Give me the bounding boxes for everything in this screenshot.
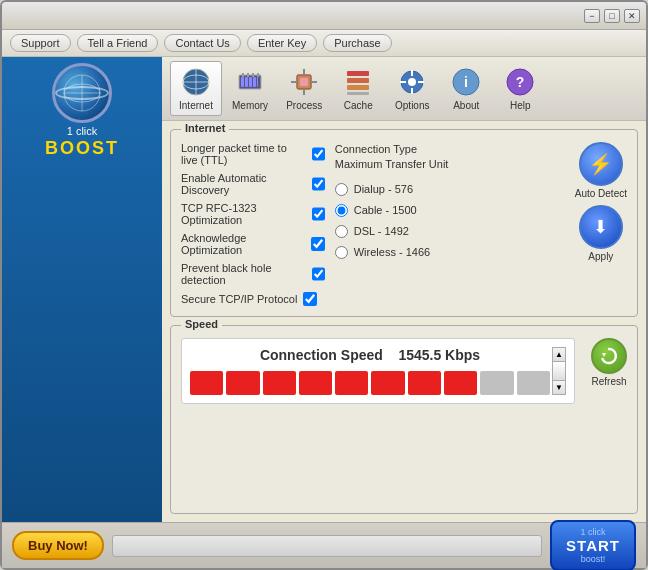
internet-section: Longer packet time to live (TTL) Enable … xyxy=(181,142,627,306)
logo-text: 1 click BOOST xyxy=(45,125,119,160)
svg-rect-11 xyxy=(249,77,252,87)
toolbar-cache[interactable]: Cache xyxy=(332,62,384,115)
title-bar: − □ ✕ xyxy=(2,2,646,30)
logo: 1 click BOOST xyxy=(45,63,119,160)
scroll-thumb[interactable] xyxy=(553,362,565,380)
checkbox-rfc1323-label: TCP RFC-1323 Optimization xyxy=(181,202,306,226)
svg-rect-27 xyxy=(347,92,369,95)
toolbar-memory-label: Memory xyxy=(232,100,268,111)
toolbar-internet-label: Internet xyxy=(179,100,213,111)
checkbox-ack-label: Acknowledge Optimization xyxy=(181,232,305,256)
checkbox-ttl-label: Longer packet time to live (TTL) xyxy=(181,142,306,166)
title-bar-controls: − □ ✕ xyxy=(584,9,640,23)
buy-now-button[interactable]: Buy Now! xyxy=(12,531,104,560)
checkbox-secure-input[interactable] xyxy=(303,292,317,306)
action-buttons: ⚡ Auto Detect ⬇ Apply xyxy=(575,142,627,306)
checkbox-autodiscovery: Enable Automatic Discovery xyxy=(181,172,325,196)
logo-globe xyxy=(52,63,112,123)
toolbar-about-label: About xyxy=(453,100,479,111)
main-window: − □ ✕ Support Tell a Friend Contact Us E… xyxy=(0,0,648,570)
checkbox-blackhole: Prevent black hole detection xyxy=(181,262,325,286)
refresh-button[interactable]: Refresh xyxy=(591,338,627,387)
apply-button[interactable]: ⬇ Apply xyxy=(579,205,623,262)
svg-rect-33 xyxy=(418,81,424,83)
checkbox-ack-input[interactable] xyxy=(311,237,324,251)
contact-us-button[interactable]: Contact Us xyxy=(164,34,240,52)
checkbox-secure: Secure TCP/IP Protocol xyxy=(181,292,325,306)
toolbar-options[interactable]: Options xyxy=(386,62,438,115)
speed-header: Connection Speed 1545.5 Kbps xyxy=(190,347,550,363)
apply-label: Apply xyxy=(588,251,613,262)
speed-bar-4 xyxy=(299,371,332,395)
cache-icon xyxy=(342,66,374,98)
internet-group: Internet Longer packet time to live (TTL… xyxy=(170,129,638,317)
toolbar-help-label: Help xyxy=(510,100,531,111)
svg-rect-32 xyxy=(400,81,406,83)
main-area: 1 click BOOST Int xyxy=(2,57,646,522)
speed-bar-7 xyxy=(408,371,441,395)
checkbox-secure-label: Secure TCP/IP Protocol xyxy=(181,293,297,305)
checkbox-rfc1323-input[interactable] xyxy=(312,207,325,221)
toolbar-memory[interactable]: Memory xyxy=(224,62,276,115)
checkbox-autodiscovery-input[interactable] xyxy=(312,177,325,191)
auto-detect-icon: ⚡ xyxy=(579,142,623,186)
svg-rect-9 xyxy=(241,77,244,87)
svg-rect-13 xyxy=(257,77,258,87)
toolbar-help[interactable]: ? Help xyxy=(494,62,546,115)
radio-cable-label: Cable - 1500 xyxy=(354,204,417,216)
svg-rect-16 xyxy=(252,73,254,77)
svg-point-1 xyxy=(64,84,100,102)
close-button[interactable]: ✕ xyxy=(624,9,640,23)
toolbar-process[interactable]: Process xyxy=(278,62,330,115)
svg-marker-38 xyxy=(602,353,606,357)
toolbar-options-label: Options xyxy=(395,100,429,111)
maximize-button[interactable]: □ xyxy=(604,9,620,23)
speed-bar-6 xyxy=(371,371,404,395)
svg-rect-30 xyxy=(411,70,413,76)
speed-bar-5 xyxy=(335,371,368,395)
checkbox-blackhole-label: Prevent black hole detection xyxy=(181,262,306,286)
help-icon: ? xyxy=(504,66,536,98)
svg-rect-14 xyxy=(242,73,244,77)
start-sub-label: boost! xyxy=(566,554,620,564)
refresh-icon xyxy=(591,338,627,374)
toolbar-cache-label: Cache xyxy=(344,100,373,111)
internet-group-label: Internet xyxy=(181,122,229,134)
radio-dialup: Dialup - 576 xyxy=(335,183,413,196)
enter-key-button[interactable]: Enter Key xyxy=(247,34,317,52)
tell-a-friend-button[interactable]: Tell a Friend xyxy=(77,34,159,52)
speed-display: Connection Speed 1545.5 Kbps xyxy=(181,338,575,404)
auto-detect-label: Auto Detect xyxy=(575,188,627,199)
svg-rect-12 xyxy=(253,77,256,87)
options-icon xyxy=(396,66,428,98)
top-nav: Support Tell a Friend Contact Us Enter K… xyxy=(2,30,646,57)
radio-wireless: Wireless - 1466 xyxy=(335,246,430,259)
svg-rect-26 xyxy=(347,85,369,90)
scroll-down-button[interactable]: ▼ xyxy=(553,380,565,394)
svg-rect-31 xyxy=(411,88,413,94)
start-main-label: START xyxy=(566,537,620,554)
radio-wireless-input[interactable] xyxy=(335,246,348,259)
toolbar-about[interactable]: i About xyxy=(440,62,492,115)
checkbox-blackhole-input[interactable] xyxy=(312,267,325,281)
minimize-button[interactable]: − xyxy=(584,9,600,23)
toolbar-internet[interactable]: Internet xyxy=(170,61,222,116)
radio-dialup-input[interactable] xyxy=(335,183,348,196)
right-panel: Internet Longer packet time to live (TTL… xyxy=(162,121,646,522)
speed-group: Speed Connection Speed 1545.5 Kbps xyxy=(170,325,638,514)
scroll-up-button[interactable]: ▲ xyxy=(553,348,565,362)
svg-rect-24 xyxy=(347,71,369,76)
purchase-button[interactable]: Purchase xyxy=(323,34,391,52)
internet-icon xyxy=(180,66,212,98)
auto-detect-button[interactable]: ⚡ Auto Detect xyxy=(575,142,627,199)
start-button[interactable]: 1 click START boost! xyxy=(550,520,636,570)
radio-dsl-input[interactable] xyxy=(335,225,348,238)
connection-title: Connection Type Maximum Transfer Unit xyxy=(335,142,449,173)
speed-scrollbar[interactable]: ▲ ▼ xyxy=(552,347,566,395)
radio-cable-input[interactable] xyxy=(335,204,348,217)
toolbar-process-label: Process xyxy=(286,100,322,111)
support-button[interactable]: Support xyxy=(10,34,71,52)
logo-panel: 1 click BOOST xyxy=(2,57,162,522)
radio-dsl-label: DSL - 1492 xyxy=(354,225,409,237)
checkbox-ttl-input[interactable] xyxy=(312,147,325,161)
